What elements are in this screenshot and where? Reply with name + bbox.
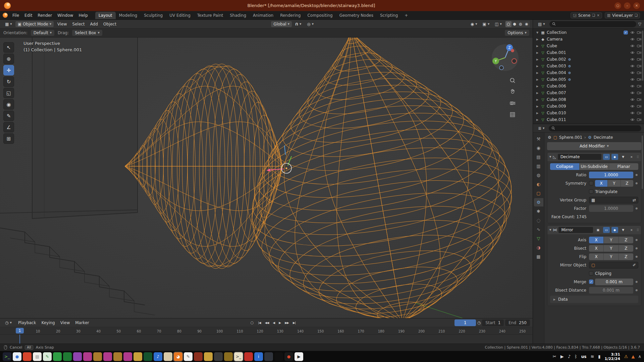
properties-tab[interactable]: ◉ xyxy=(534,144,543,152)
eye-icon[interactable] xyxy=(630,31,635,34)
transport-button[interactable]: |◀ xyxy=(257,320,263,325)
viewport-toggle-button[interactable]: ▣▼ xyxy=(480,21,492,27)
axis-button[interactable]: X xyxy=(595,180,608,187)
data-subpanel-header[interactable]: ▶ Data xyxy=(550,296,638,303)
shading-mode-button[interactable]: ● xyxy=(512,21,518,27)
toolbar-tool-button[interactable]: ◉ xyxy=(3,99,14,110)
tray-icon[interactable]: ▶ xyxy=(560,354,564,359)
toolbar-tool-button[interactable]: ◱ xyxy=(3,88,14,98)
taskbar-app-icon[interactable] xyxy=(123,352,132,361)
camera-restrict-icon[interactable] xyxy=(637,98,641,101)
toolbar-tool-button[interactable]: ✎ xyxy=(3,111,14,121)
add-modifier-button[interactable]: Add Modifier▼ xyxy=(547,142,641,150)
transport-button[interactable]: ▶ xyxy=(277,320,282,325)
timeline-menu-item[interactable]: Marker xyxy=(72,319,92,326)
window-minimize-button[interactable]: – xyxy=(624,2,631,9)
timeline-menu-item[interactable]: Playback xyxy=(15,319,39,326)
taskbar-app-icon[interactable] xyxy=(194,352,203,361)
expand-icon[interactable]: ▶ xyxy=(536,71,539,74)
taskbar-app-icon[interactable] xyxy=(244,352,253,361)
timeline-menu-item[interactable]: View xyxy=(58,319,72,326)
drag-dropdown[interactable]: Select Box▼ xyxy=(72,30,102,36)
taskbar-app-icon[interactable] xyxy=(23,352,32,361)
taskbar-app-icon[interactable] xyxy=(63,352,72,361)
expand-icon[interactable]: ▶ xyxy=(536,38,539,41)
taskbar-app-icon[interactable] xyxy=(144,352,152,361)
workspace-tab[interactable]: Modeling xyxy=(116,12,141,19)
shading-mode-button[interactable]: ◍ xyxy=(518,21,524,27)
transform-orientation-dropdown[interactable]: Global▼ xyxy=(271,21,292,27)
vertex-group-field[interactable]: ▩ ⇄ xyxy=(589,197,638,203)
expand-icon[interactable]: ▶ xyxy=(536,98,539,101)
camera-restrict-icon[interactable] xyxy=(637,71,641,74)
invert-icon[interactable]: ⇄ xyxy=(633,198,636,202)
taskbar-app-icon[interactable]: ◕ xyxy=(174,352,182,361)
triangulate-checkbox[interactable] xyxy=(589,189,593,194)
stopwatch-icon[interactable]: ◷ xyxy=(477,320,481,325)
axis-button[interactable]: Z xyxy=(619,245,633,252)
mirror-object-field[interactable]: ▢ ✐ xyxy=(589,262,638,268)
drag-handle[interactable]: ⠿ xyxy=(637,228,639,232)
title-bar[interactable]: Blender* [/home/amalie/Desktop/blender/s… xyxy=(0,0,644,11)
expand-icon[interactable]: ▶ xyxy=(536,92,539,95)
outliner-row[interactable]: ▶ ▽ Cube.004 ⚙ xyxy=(533,69,644,76)
camera-restrict-icon[interactable] xyxy=(637,118,641,121)
outliner-row[interactable]: ▶ ▽ Cube.003 ⚙ xyxy=(533,63,644,69)
eye-icon[interactable] xyxy=(630,44,635,48)
taskbar-app-icon[interactable] xyxy=(93,352,102,361)
shading-mode-button[interactable]: ○ xyxy=(505,21,512,27)
properties-editor-type-button[interactable]: ≣▼ xyxy=(536,125,547,131)
expand-icon[interactable]: ▼ xyxy=(536,31,539,34)
eye-icon[interactable] xyxy=(630,58,635,61)
outliner-row[interactable]: ▶ ▽ Cube.001 ⚙ xyxy=(533,49,644,56)
tray-status-icon[interactable]: ∧ xyxy=(638,354,641,359)
animate-dot[interactable]: ● xyxy=(635,173,638,176)
outliner-editor-type-button[interactable]: ▤▼ xyxy=(536,21,547,27)
properties-tab[interactable]: ▽ xyxy=(534,234,543,243)
window-menu-button[interactable]: ○ xyxy=(614,2,621,9)
camera-restrict-icon[interactable] xyxy=(637,111,641,115)
properties-search-input[interactable] xyxy=(549,125,641,131)
snap-toggle[interactable]: U▼ xyxy=(293,21,304,27)
ratio-slider[interactable]: 1.0000 xyxy=(589,172,633,178)
frame-start-field[interactable]: Start1 xyxy=(482,319,504,326)
taskbar-app-icon[interactable] xyxy=(164,352,172,361)
viewport-toggle-button[interactable]: ◫▼ xyxy=(492,21,504,27)
navigation-gizmo[interactable]: Z Y xyxy=(491,44,519,72)
tray-icon[interactable]: ≋ xyxy=(590,354,594,359)
tray-icon[interactable]: ▮ xyxy=(598,354,600,359)
outliner-row[interactable]: ▶ ▽ Cube.005 ⚙ xyxy=(533,76,644,83)
axis-button[interactable]: Z xyxy=(621,180,633,187)
properties-tab[interactable]: ◑ xyxy=(534,243,543,252)
eye-icon[interactable] xyxy=(630,51,635,54)
taskbar-app-icon[interactable]: ▤ xyxy=(33,352,42,361)
animate-dot[interactable]: ● xyxy=(635,280,638,283)
workspace-tab[interactable]: Layout xyxy=(95,12,116,19)
outliner-row[interactable]: ▶ ▽ Cube.002 ⚙ xyxy=(533,56,644,63)
merge-checkbox[interactable]: ✓ xyxy=(589,280,593,284)
toolbar-tool-button[interactable]: ✛ xyxy=(3,65,14,75)
axis-button[interactable]: Z xyxy=(619,253,633,260)
workspace-tab[interactable]: Sculpting xyxy=(141,12,166,19)
merge-threshold-field[interactable]: 0.001 m xyxy=(595,279,633,285)
viewport-3d[interactable]: User Perspective (1) Collection | Sphere… xyxy=(0,38,533,318)
taskbar-app-icon[interactable] xyxy=(133,352,142,361)
orientation-dropdown[interactable]: Default▼ xyxy=(31,30,54,36)
taskbar-app-icon[interactable]: ● xyxy=(284,352,293,361)
properties-tab[interactable]: ⚒ xyxy=(534,135,543,143)
taskbar-app-icon[interactable]: ✎ xyxy=(184,352,193,361)
properties-tab[interactable]: ▤ xyxy=(534,153,543,161)
viewport-menu-item[interactable]: Add xyxy=(88,21,101,27)
workspace-tab[interactable]: Compositing xyxy=(304,12,336,19)
taskbar-app-icon[interactable]: >_ xyxy=(3,352,11,361)
pan-hand-icon[interactable] xyxy=(509,88,516,95)
outliner-row[interactable]: ▶ ▽ Cube.010 ⚙ xyxy=(533,110,644,116)
camera-restrict-icon[interactable] xyxy=(637,105,641,108)
scene-selector[interactable]: ◲ Scene ❏ × xyxy=(571,12,602,18)
camera-restrict-icon[interactable] xyxy=(637,31,641,34)
viewlayer-copy-button[interactable]: ❏ xyxy=(635,13,638,17)
bisect-distance-field[interactable]: 0.001 m xyxy=(589,287,633,294)
timeline-editor-type-button[interactable]: ◷▼ xyxy=(3,320,14,326)
camera-restrict-icon[interactable] xyxy=(637,38,641,41)
zoom-icon[interactable] xyxy=(509,77,516,84)
